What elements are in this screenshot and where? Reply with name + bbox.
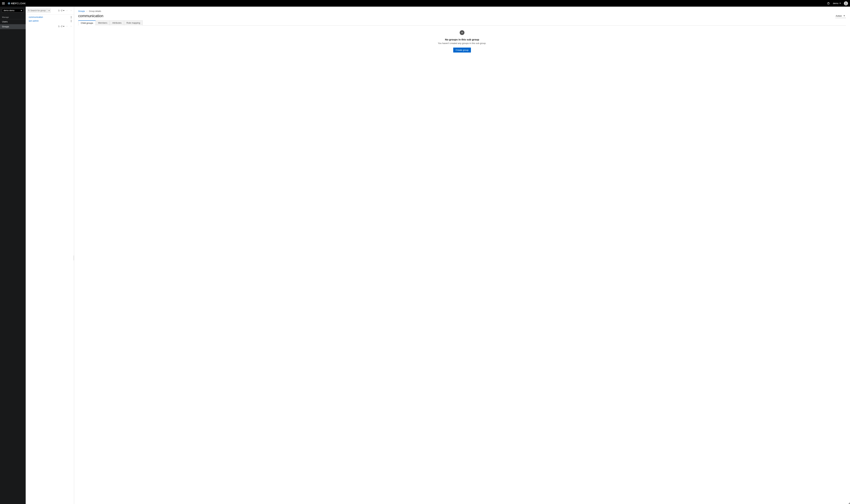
action-dropdown[interactable]: Action — [835, 14, 846, 18]
group-list: communication iam-admin — [26, 15, 74, 23]
page-title: communication — [78, 14, 103, 18]
chevron-down-icon — [63, 26, 65, 27]
pager-prev-button[interactable] — [66, 25, 69, 28]
search-icon — [28, 10, 30, 12]
group-link-iam-admin[interactable]: iam-admin — [29, 20, 39, 22]
chevron-right-icon — [86, 11, 88, 12]
pager-bottom: 1 - 2 — [58, 25, 73, 28]
chevron-down-icon — [844, 16, 845, 16]
realm-name: demo-demo — [4, 10, 15, 12]
breadcrumb-separator — [86, 10, 88, 13]
tabs: Child groups Members Attributes Role map… — [78, 20, 846, 25]
chevron-right-icon — [70, 25, 72, 27]
page-header: communication Action — [78, 14, 846, 18]
pager-range-text: 1 - 2 — [58, 25, 63, 28]
chevron-left-icon — [66, 10, 68, 12]
realm-selector[interactable]: demo-demo — [2, 9, 24, 13]
pager-top: 1 - 2 — [58, 9, 73, 12]
pager-range-dropdown[interactable]: 1 - 2 — [58, 25, 65, 28]
search-submit-button[interactable] — [47, 8, 51, 13]
empty-state-subtitle: You haven't created any groups in this s… — [438, 42, 486, 44]
svg-point-5 — [845, 2, 846, 3]
nav-section-label: Manage — [0, 15, 26, 19]
avatar-placeholder-icon — [844, 2, 847, 5]
svg-point-4 — [828, 4, 829, 4]
app-header: KEYCLOAK demo — [0, 0, 850, 7]
chevron-right-icon — [70, 10, 72, 12]
group-link-communication[interactable]: communication — [29, 16, 43, 18]
pager-next-button[interactable] — [70, 9, 73, 12]
hamburger-menu-button[interactable] — [2, 2, 5, 5]
group-list-item: iam-admin — [26, 19, 74, 23]
empty-state: No groups in this sub group You haven't … — [78, 25, 846, 57]
header-right: demo — [827, 1, 848, 5]
keycloak-logo-icon — [7, 2, 11, 5]
search-wrap — [27, 8, 51, 13]
group-kebab-menu[interactable] — [70, 20, 72, 22]
breadcrumb: Groups Group details — [78, 10, 846, 13]
chevron-down-icon — [839, 3, 841, 4]
chevron-down-icon — [21, 10, 22, 11]
avatar[interactable] — [844, 1, 848, 5]
pager-range-dropdown[interactable]: 1 - 2 — [58, 10, 65, 12]
action-label: Action — [836, 15, 842, 17]
search-input[interactable] — [31, 10, 46, 12]
user-menu[interactable]: demo — [833, 2, 841, 5]
app-logo[interactable]: KEYCLOAK — [7, 2, 26, 5]
pager-prev-button[interactable] — [66, 9, 69, 12]
window-resize-corner[interactable] — [848, 502, 850, 504]
main-content: Groups Group details communication Actio… — [74, 7, 850, 504]
pager-next-button[interactable] — [70, 25, 73, 28]
groups-panel: 1 - 2 communication iam-admin — [26, 7, 74, 504]
search-input-wrap — [27, 8, 47, 13]
tab-child-groups[interactable]: Child groups — [78, 20, 96, 25]
header-left: KEYCLOAK — [2, 2, 26, 5]
help-icon[interactable] — [827, 2, 830, 5]
arrow-right-icon — [48, 10, 50, 12]
create-group-button[interactable]: Create group — [453, 48, 471, 53]
chevron-down-icon — [63, 10, 65, 11]
group-kebab-menu[interactable] — [70, 16, 72, 18]
pager-range-text: 1 - 2 — [58, 10, 63, 12]
breadcrumb-link-groups[interactable]: Groups — [78, 10, 85, 13]
empty-state-title: No groups in this sub group — [445, 38, 479, 41]
logo-text: KEYCLOAK — [11, 2, 26, 5]
plus-circle-icon — [460, 30, 464, 35]
user-name: demo — [833, 2, 838, 5]
tab-members[interactable]: Members — [95, 20, 110, 25]
group-list-item: communication — [26, 15, 74, 19]
groups-bottom-pager: 1 - 2 — [26, 23, 74, 29]
chevron-left-icon — [66, 25, 68, 27]
groups-toolbar: 1 - 2 — [26, 7, 74, 15]
sidebar: demo-demo Manage Users Groups — [0, 7, 26, 504]
tab-role-mapping[interactable]: Role mapping — [124, 20, 143, 25]
sidebar-item-users[interactable]: Users — [0, 19, 26, 24]
breadcrumb-current: Group details — [89, 10, 101, 13]
sidebar-item-groups[interactable]: Groups — [0, 24, 26, 29]
tab-attributes[interactable]: Attributes — [110, 20, 124, 25]
